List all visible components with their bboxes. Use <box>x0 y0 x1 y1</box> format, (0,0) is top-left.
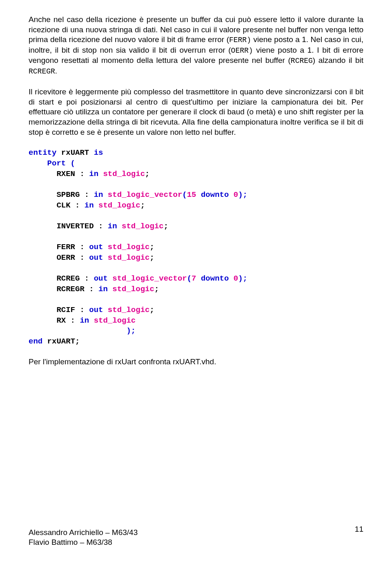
footer-authors: Alessandro Arrichiello – M63/43 Flavio B… <box>29 528 138 548</box>
footer-line-1: Alessandro Arrichiello – M63/43 <box>29 528 138 538</box>
footer-line-2: Flavio Battimo – M63/38 <box>29 537 138 548</box>
paragraph-1: Anche nel caso della ricezione è present… <box>29 15 363 76</box>
paragraph-after-code: Per l'implementazione di rxUart confront… <box>29 357 363 367</box>
page-number: 11 <box>355 524 363 535</box>
paragraph-2: Il ricevitore è leggermente più compless… <box>29 87 363 137</box>
document-page: Anche nel caso della ricezione è present… <box>0 0 392 564</box>
vhdl-code-block: entity rxUART is Port ( RXEN : in std_lo… <box>29 148 363 347</box>
